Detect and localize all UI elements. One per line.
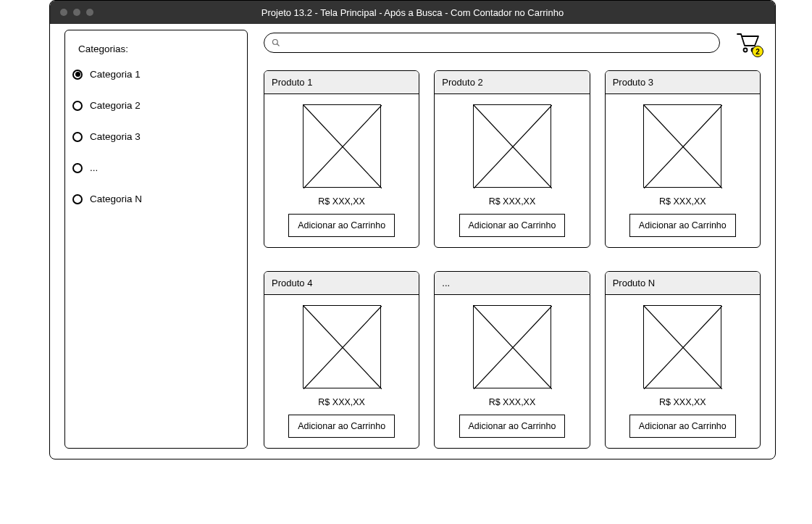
category-radio-2[interactable]: Categoria 2 <box>72 100 240 111</box>
product-name: ... <box>435 272 589 295</box>
svg-point-0 <box>273 40 278 45</box>
maximize-window-button[interactable] <box>86 9 93 16</box>
product-card: Produto N R$ XXX,XX Adicionar ao Carrinh… <box>605 271 761 449</box>
sidebar-title: Categorias: <box>78 43 240 54</box>
product-name: Produto N <box>606 272 760 295</box>
product-grid-row-1: Produto 1 R$ XXX,XX Adicionar ao Carrinh… <box>264 70 761 248</box>
search-input[interactable] <box>285 38 712 49</box>
product-card: ... R$ XXX,XX Adicionar ao Carrinho <box>434 271 590 449</box>
product-price: R$ XXX,XX <box>659 196 706 207</box>
add-to-cart-button[interactable]: Adicionar ao Carrinho <box>288 415 395 438</box>
category-radio-3[interactable]: Categoria 3 <box>72 131 240 142</box>
add-to-cart-button[interactable]: Adicionar ao Carrinho <box>629 415 736 438</box>
category-label: Categoria 1 <box>90 69 141 80</box>
product-image-placeholder <box>643 104 721 188</box>
product-price: R$ XXX,XX <box>489 397 536 407</box>
svg-point-2 <box>744 49 748 52</box>
titlebar: Projeto 13.2 - Tela Principal - Após a B… <box>50 1 775 24</box>
product-body: R$ XXX,XX Adicionar ao Carrinho <box>606 295 760 448</box>
product-body: R$ XXX,XX Adicionar ao Carrinho <box>264 295 419 448</box>
product-body: R$ XXX,XX Adicionar ao Carrinho <box>264 94 419 247</box>
top-row: 2 <box>264 30 761 56</box>
window-body: Categorias: Categoria 1 Categoria 2 Cate… <box>50 24 775 459</box>
add-to-cart-button[interactable]: Adicionar ao Carrinho <box>459 415 566 438</box>
traffic-lights <box>60 9 93 16</box>
radio-icon <box>72 132 83 142</box>
product-body: R$ XXX,XX Adicionar ao Carrinho <box>606 94 760 247</box>
category-radio-n[interactable]: Categoria N <box>72 194 240 204</box>
product-image-placeholder <box>473 305 551 388</box>
product-name: Produto 4 <box>264 272 419 295</box>
categories-sidebar: Categorias: Categoria 1 Categoria 2 Cate… <box>64 30 248 449</box>
radio-icon <box>72 163 83 173</box>
category-label: ... <box>90 162 98 173</box>
product-price: R$ XXX,XX <box>659 397 706 407</box>
product-image-placeholder <box>643 305 721 388</box>
category-label: Categoria 3 <box>90 131 141 142</box>
close-window-button[interactable] <box>60 9 67 16</box>
category-label: Categoria N <box>90 194 142 204</box>
cart-count-badge: 2 <box>752 46 763 57</box>
window-title: Projeto 13.2 - Tela Principal - Após a B… <box>50 7 775 18</box>
product-body: R$ XXX,XX Adicionar ao Carrinho <box>435 295 589 448</box>
product-price: R$ XXX,XX <box>318 196 365 207</box>
minimize-window-button[interactable] <box>73 9 80 16</box>
add-to-cart-button[interactable]: Adicionar ao Carrinho <box>288 214 395 237</box>
category-radio-ellipsis[interactable]: ... <box>72 162 240 173</box>
product-image-placeholder <box>473 104 551 188</box>
product-card: Produto 1 R$ XXX,XX Adicionar ao Carrinh… <box>264 70 419 248</box>
product-name: Produto 1 <box>264 71 419 94</box>
product-price: R$ XXX,XX <box>318 397 365 407</box>
product-body: R$ XXX,XX Adicionar ao Carrinho <box>435 94 589 247</box>
radio-icon <box>72 194 83 204</box>
main-content: 2 Produto 1 R$ XXX,XX Adicionar ao Carri… <box>264 30 761 449</box>
app-window: Projeto 13.2 - Tela Principal - Após a B… <box>49 0 776 459</box>
product-card: Produto 4 R$ XXX,XX Adicionar ao Carrinh… <box>264 271 419 449</box>
product-image-placeholder <box>303 305 381 388</box>
radio-icon <box>72 70 83 80</box>
product-name: Produto 2 <box>435 71 589 94</box>
product-price: R$ XXX,XX <box>489 196 536 207</box>
product-grid-row-2: Produto 4 R$ XXX,XX Adicionar ao Carrinh… <box>264 271 761 449</box>
add-to-cart-button[interactable]: Adicionar ao Carrinho <box>459 214 566 237</box>
add-to-cart-button[interactable]: Adicionar ao Carrinho <box>629 214 736 237</box>
product-card: Produto 2 R$ XXX,XX Adicionar ao Carrinh… <box>434 70 590 248</box>
category-label: Categoria 2 <box>90 100 141 111</box>
svg-line-1 <box>277 44 280 46</box>
search-icon <box>272 38 280 47</box>
cart-button[interactable]: 2 <box>734 30 761 56</box>
category-radio-1[interactable]: Categoria 1 <box>72 69 240 80</box>
product-image-placeholder <box>303 104 381 188</box>
product-card: Produto 3 R$ XXX,XX Adicionar ao Carrinh… <box>605 70 761 248</box>
radio-icon <box>72 101 83 111</box>
search-field-wrap[interactable] <box>264 33 720 53</box>
product-name: Produto 3 <box>606 71 760 94</box>
